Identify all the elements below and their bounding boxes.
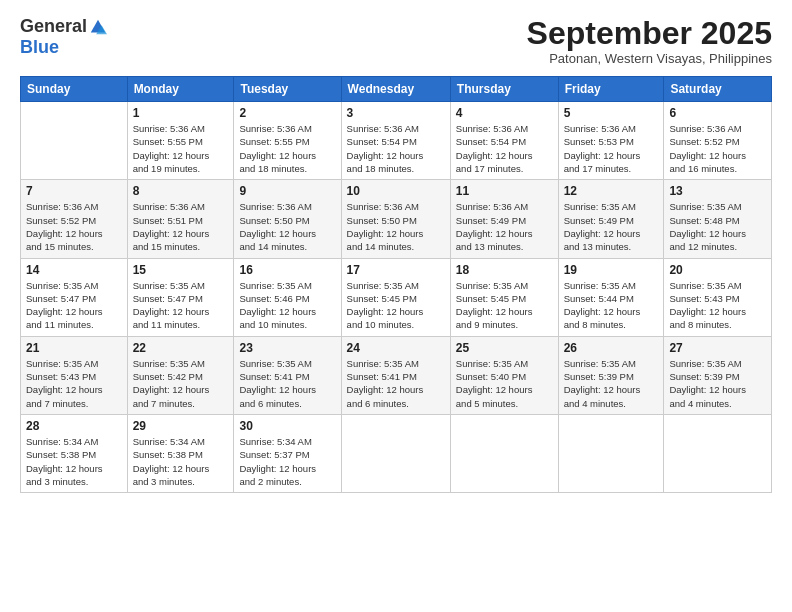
month-title: September 2025 xyxy=(527,16,772,51)
day-info: Sunrise: 5:36 AM Sunset: 5:50 PM Dayligh… xyxy=(239,200,335,253)
calendar-day-cell: 7Sunrise: 5:36 AM Sunset: 5:52 PM Daylig… xyxy=(21,180,128,258)
day-number: 30 xyxy=(239,419,335,433)
calendar-empty-cell xyxy=(450,414,558,492)
day-number: 6 xyxy=(669,106,766,120)
day-number: 24 xyxy=(347,341,445,355)
day-info: Sunrise: 5:35 AM Sunset: 5:44 PM Dayligh… xyxy=(564,279,659,332)
calendar-day-cell: 29Sunrise: 5:34 AM Sunset: 5:38 PM Dayli… xyxy=(127,414,234,492)
calendar-day-cell: 14Sunrise: 5:35 AM Sunset: 5:47 PM Dayli… xyxy=(21,258,128,336)
calendar-day-cell: 23Sunrise: 5:35 AM Sunset: 5:41 PM Dayli… xyxy=(234,336,341,414)
day-info: Sunrise: 5:36 AM Sunset: 5:51 PM Dayligh… xyxy=(133,200,229,253)
day-info: Sunrise: 5:35 AM Sunset: 5:42 PM Dayligh… xyxy=(133,357,229,410)
calendar-day-cell: 15Sunrise: 5:35 AM Sunset: 5:47 PM Dayli… xyxy=(127,258,234,336)
calendar-day-cell: 30Sunrise: 5:34 AM Sunset: 5:37 PM Dayli… xyxy=(234,414,341,492)
calendar-week-row: 21Sunrise: 5:35 AM Sunset: 5:43 PM Dayli… xyxy=(21,336,772,414)
day-number: 8 xyxy=(133,184,229,198)
day-number: 20 xyxy=(669,263,766,277)
calendar-day-cell: 25Sunrise: 5:35 AM Sunset: 5:40 PM Dayli… xyxy=(450,336,558,414)
day-number: 13 xyxy=(669,184,766,198)
day-info: Sunrise: 5:35 AM Sunset: 5:41 PM Dayligh… xyxy=(239,357,335,410)
day-of-week-header: Sunday xyxy=(21,77,128,102)
day-info: Sunrise: 5:35 AM Sunset: 5:49 PM Dayligh… xyxy=(564,200,659,253)
calendar-day-cell: 12Sunrise: 5:35 AM Sunset: 5:49 PM Dayli… xyxy=(558,180,664,258)
calendar-day-cell: 5Sunrise: 5:36 AM Sunset: 5:53 PM Daylig… xyxy=(558,102,664,180)
logo-icon xyxy=(89,18,107,36)
day-number: 17 xyxy=(347,263,445,277)
day-info: Sunrise: 5:34 AM Sunset: 5:38 PM Dayligh… xyxy=(26,435,122,488)
day-info: Sunrise: 5:35 AM Sunset: 5:43 PM Dayligh… xyxy=(26,357,122,410)
day-of-week-header: Friday xyxy=(558,77,664,102)
day-number: 28 xyxy=(26,419,122,433)
calendar-day-cell: 4Sunrise: 5:36 AM Sunset: 5:54 PM Daylig… xyxy=(450,102,558,180)
day-info: Sunrise: 5:35 AM Sunset: 5:47 PM Dayligh… xyxy=(133,279,229,332)
calendar-day-cell: 19Sunrise: 5:35 AM Sunset: 5:44 PM Dayli… xyxy=(558,258,664,336)
day-of-week-header: Wednesday xyxy=(341,77,450,102)
calendar-day-cell: 28Sunrise: 5:34 AM Sunset: 5:38 PM Dayli… xyxy=(21,414,128,492)
day-number: 26 xyxy=(564,341,659,355)
day-info: Sunrise: 5:35 AM Sunset: 5:45 PM Dayligh… xyxy=(456,279,553,332)
day-number: 10 xyxy=(347,184,445,198)
calendar-day-cell: 10Sunrise: 5:36 AM Sunset: 5:50 PM Dayli… xyxy=(341,180,450,258)
calendar-day-cell: 22Sunrise: 5:35 AM Sunset: 5:42 PM Dayli… xyxy=(127,336,234,414)
day-number: 1 xyxy=(133,106,229,120)
calendar-empty-cell xyxy=(21,102,128,180)
logo-general-text: General xyxy=(20,16,87,37)
calendar-week-row: 7Sunrise: 5:36 AM Sunset: 5:52 PM Daylig… xyxy=(21,180,772,258)
day-of-week-header: Tuesday xyxy=(234,77,341,102)
calendar-day-cell: 16Sunrise: 5:35 AM Sunset: 5:46 PM Dayli… xyxy=(234,258,341,336)
calendar-day-cell: 3Sunrise: 5:36 AM Sunset: 5:54 PM Daylig… xyxy=(341,102,450,180)
day-number: 14 xyxy=(26,263,122,277)
day-info: Sunrise: 5:34 AM Sunset: 5:37 PM Dayligh… xyxy=(239,435,335,488)
header: General Blue September 2025 Patonan, Wes… xyxy=(20,16,772,66)
day-info: Sunrise: 5:36 AM Sunset: 5:52 PM Dayligh… xyxy=(26,200,122,253)
day-number: 11 xyxy=(456,184,553,198)
day-number: 19 xyxy=(564,263,659,277)
day-number: 3 xyxy=(347,106,445,120)
day-info: Sunrise: 5:34 AM Sunset: 5:38 PM Dayligh… xyxy=(133,435,229,488)
calendar-day-cell: 2Sunrise: 5:36 AM Sunset: 5:55 PM Daylig… xyxy=(234,102,341,180)
day-info: Sunrise: 5:35 AM Sunset: 5:48 PM Dayligh… xyxy=(669,200,766,253)
day-number: 21 xyxy=(26,341,122,355)
day-number: 18 xyxy=(456,263,553,277)
day-info: Sunrise: 5:35 AM Sunset: 5:46 PM Dayligh… xyxy=(239,279,335,332)
calendar-empty-cell xyxy=(664,414,772,492)
day-info: Sunrise: 5:36 AM Sunset: 5:55 PM Dayligh… xyxy=(239,122,335,175)
logo-blue-text: Blue xyxy=(20,37,59,58)
calendar-header-row: SundayMondayTuesdayWednesdayThursdayFrid… xyxy=(21,77,772,102)
day-info: Sunrise: 5:36 AM Sunset: 5:50 PM Dayligh… xyxy=(347,200,445,253)
calendar-day-cell: 24Sunrise: 5:35 AM Sunset: 5:41 PM Dayli… xyxy=(341,336,450,414)
calendar-day-cell: 11Sunrise: 5:36 AM Sunset: 5:49 PM Dayli… xyxy=(450,180,558,258)
day-info: Sunrise: 5:35 AM Sunset: 5:47 PM Dayligh… xyxy=(26,279,122,332)
day-number: 25 xyxy=(456,341,553,355)
day-number: 22 xyxy=(133,341,229,355)
day-info: Sunrise: 5:36 AM Sunset: 5:55 PM Dayligh… xyxy=(133,122,229,175)
day-number: 12 xyxy=(564,184,659,198)
day-number: 27 xyxy=(669,341,766,355)
calendar-day-cell: 21Sunrise: 5:35 AM Sunset: 5:43 PM Dayli… xyxy=(21,336,128,414)
day-info: Sunrise: 5:35 AM Sunset: 5:39 PM Dayligh… xyxy=(564,357,659,410)
calendar-day-cell: 26Sunrise: 5:35 AM Sunset: 5:39 PM Dayli… xyxy=(558,336,664,414)
day-info: Sunrise: 5:35 AM Sunset: 5:40 PM Dayligh… xyxy=(456,357,553,410)
day-number: 4 xyxy=(456,106,553,120)
day-info: Sunrise: 5:36 AM Sunset: 5:52 PM Dayligh… xyxy=(669,122,766,175)
calendar-day-cell: 6Sunrise: 5:36 AM Sunset: 5:52 PM Daylig… xyxy=(664,102,772,180)
day-number: 23 xyxy=(239,341,335,355)
calendar-empty-cell xyxy=(558,414,664,492)
calendar-day-cell: 1Sunrise: 5:36 AM Sunset: 5:55 PM Daylig… xyxy=(127,102,234,180)
day-info: Sunrise: 5:35 AM Sunset: 5:43 PM Dayligh… xyxy=(669,279,766,332)
day-info: Sunrise: 5:35 AM Sunset: 5:45 PM Dayligh… xyxy=(347,279,445,332)
day-number: 9 xyxy=(239,184,335,198)
day-info: Sunrise: 5:36 AM Sunset: 5:49 PM Dayligh… xyxy=(456,200,553,253)
calendar-day-cell: 27Sunrise: 5:35 AM Sunset: 5:39 PM Dayli… xyxy=(664,336,772,414)
calendar-week-row: 28Sunrise: 5:34 AM Sunset: 5:38 PM Dayli… xyxy=(21,414,772,492)
day-number: 5 xyxy=(564,106,659,120)
calendar: SundayMondayTuesdayWednesdayThursdayFrid… xyxy=(20,76,772,493)
location: Patonan, Western Visayas, Philippines xyxy=(527,51,772,66)
title-section: September 2025 Patonan, Western Visayas,… xyxy=(527,16,772,66)
day-info: Sunrise: 5:36 AM Sunset: 5:54 PM Dayligh… xyxy=(347,122,445,175)
calendar-day-cell: 20Sunrise: 5:35 AM Sunset: 5:43 PM Dayli… xyxy=(664,258,772,336)
calendar-day-cell: 17Sunrise: 5:35 AM Sunset: 5:45 PM Dayli… xyxy=(341,258,450,336)
calendar-day-cell: 9Sunrise: 5:36 AM Sunset: 5:50 PM Daylig… xyxy=(234,180,341,258)
calendar-day-cell: 13Sunrise: 5:35 AM Sunset: 5:48 PM Dayli… xyxy=(664,180,772,258)
day-number: 29 xyxy=(133,419,229,433)
